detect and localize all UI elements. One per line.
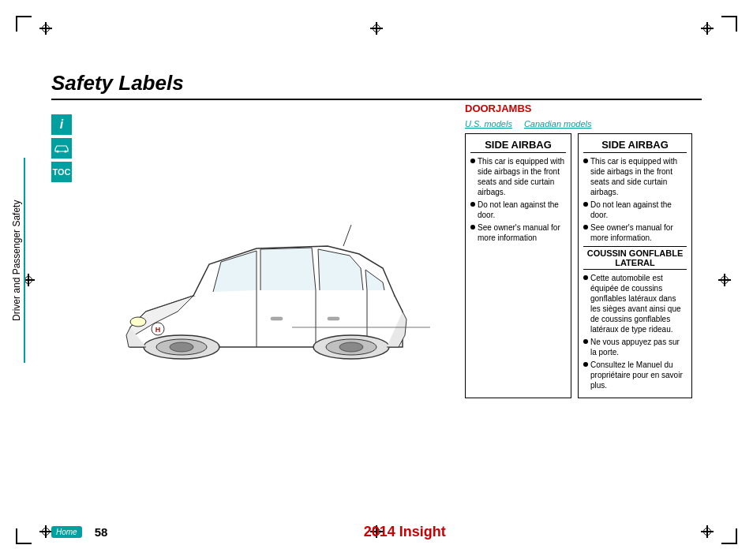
reg-mark-bl (39, 525, 52, 538)
reg-mark-tr (701, 22, 714, 35)
page-title: Safety Labels (51, 71, 702, 100)
svg-point-11 (130, 317, 146, 327)
main-content: H DOORJAMBS U.S. models Canadian models … (79, 103, 702, 497)
ca-airbag-item-1: This car is equipped with side airbags i… (583, 156, 687, 197)
svg-point-10 (339, 342, 363, 352)
us-airbag-item-2: Do not lean against the door. (470, 200, 566, 220)
us-airbag-title: SIDE AIRBAG (470, 139, 566, 153)
ca-fr-bullet-2 (583, 339, 588, 344)
ca-model-label: Canadian models (524, 119, 592, 129)
svg-rect-15 (328, 317, 339, 320)
bullet-3 (470, 225, 475, 230)
sidebar-icons: i TOC (51, 114, 72, 182)
footer-title: 2014 Insight (107, 524, 702, 540)
ca-fr-item-3: Consultez le Manuel du propriétaire pour… (583, 360, 687, 390)
page-number: 58 (95, 525, 108, 539)
toc-icon[interactable]: TOC (51, 162, 72, 182)
ca-bullet-2 (583, 202, 588, 207)
info-icon[interactable]: i (51, 114, 72, 135)
sidebar-vertical-text: Driver and Passenger Safety (9, 158, 25, 363)
corner-mark-br (721, 528, 737, 544)
bullet-1 (470, 159, 475, 163)
home-button[interactable]: Home 58 (51, 525, 107, 539)
ca-bullet-3 (583, 225, 588, 230)
corner-mark-tr (721, 16, 737, 32)
doorjambs-title: DOORJAMBS (465, 103, 702, 114)
ca-fr-item-1: Cette automobile est équipée de coussins… (583, 273, 687, 334)
svg-point-7 (170, 342, 193, 352)
ca-fr-item-2: Ne vous appuyez pas sur la porte. (583, 337, 687, 357)
car-icon[interactable] (51, 138, 72, 159)
us-airbag-item-1: This car is equipped with side airbags i… (470, 156, 566, 197)
ca-airbag-item-2: Do not lean against the door. (583, 200, 687, 220)
ca-fr-bullet-3 (583, 362, 588, 367)
reg-mark-br (701, 525, 714, 538)
corner-mark-tl (16, 16, 32, 32)
models-row: U.S. models Canadian models (465, 119, 702, 129)
airbag-boxes: SIDE AIRBAG This car is equipped with si… (465, 133, 702, 398)
car-illustration: H (79, 103, 449, 497)
ca-airbag-item-3: See owner's manual for more information. (583, 222, 687, 243)
svg-rect-14 (271, 317, 283, 320)
us-airbag-box: SIDE AIRBAG This car is equipped with si… (465, 133, 571, 398)
svg-line-16 (343, 225, 351, 246)
reg-mark-rc (718, 274, 731, 286)
page-title-area: Safety Labels (51, 71, 702, 100)
reg-mark-tl (39, 22, 52, 35)
svg-point-1 (65, 151, 67, 153)
us-model-label: U.S. models (465, 119, 512, 129)
home-badge[interactable]: Home (51, 526, 82, 538)
bullet-2 (470, 202, 475, 207)
doorjambs-panel: DOORJAMBS U.S. models Canadian models SI… (465, 103, 702, 497)
ca-airbag-title: SIDE AIRBAG (583, 139, 687, 153)
bottom-bar: Home 58 2014 Insight (51, 524, 702, 540)
svg-text:H: H (155, 326, 160, 334)
corner-mark-bl (16, 528, 32, 544)
svg-point-0 (57, 151, 59, 153)
ca-airbag-box: SIDE AIRBAG This car is equipped with si… (578, 133, 692, 398)
reg-mark-tc (370, 22, 383, 35)
us-airbag-item-3: See owner's manual for more information (470, 222, 566, 243)
coussin-title: COUSSIN GONFLABLE LATERAL (583, 246, 687, 270)
car-svg: H (99, 189, 430, 410)
ca-fr-bullet-1 (583, 275, 588, 280)
ca-bullet-1 (583, 159, 588, 163)
